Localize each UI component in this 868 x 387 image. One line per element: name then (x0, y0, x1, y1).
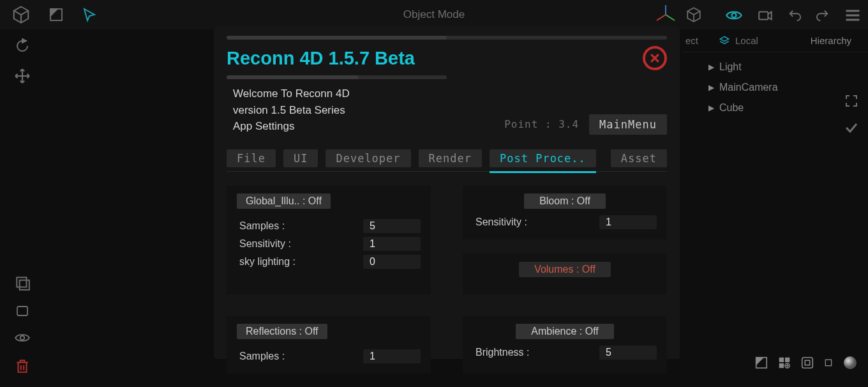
global-illum-toggle[interactable]: Global_Illu.. : Off (237, 194, 331, 209)
tab-file[interactable]: File (227, 149, 276, 167)
welcome-text: Welcome To Reconn 4D version 1.5 Beta Se… (227, 86, 350, 135)
cursor-icon[interactable] (82, 7, 97, 22)
eye-icon[interactable] (14, 330, 31, 346)
svg-rect-10 (20, 280, 29, 290)
tab-local[interactable]: Local (708, 29, 768, 52)
tab-ui[interactable]: UI (283, 149, 318, 167)
svg-rect-16 (779, 358, 784, 362)
cube-icon[interactable] (11, 5, 31, 24)
progress-bar-top (227, 36, 667, 40)
box-icon[interactable] (800, 356, 814, 370)
rectangle-icon[interactable] (15, 303, 30, 318)
small-square-icon[interactable] (823, 358, 834, 368)
gi-samples-label: Samples : (239, 220, 285, 232)
svg-point-4 (732, 13, 737, 18)
amb-brightness-input[interactable] (599, 345, 657, 360)
gi-sensitivity-input[interactable] (363, 237, 421, 251)
camera-icon[interactable] (757, 7, 774, 24)
ambience-toggle[interactable]: Ambience : Off (516, 324, 614, 339)
reflections-toggle[interactable]: Reflections : Off (237, 324, 327, 339)
check-icon[interactable] (844, 120, 859, 135)
top-bar: Object Mode (0, 0, 868, 29)
material-icon[interactable] (754, 356, 768, 370)
svg-point-12 (20, 336, 25, 340)
redo-icon[interactable] (816, 8, 830, 22)
tab-asset[interactable]: Asset (611, 149, 667, 167)
panel-reflections: Reflections : Off Samples : (227, 316, 431, 374)
svg-rect-17 (785, 358, 789, 362)
bloom-sensitivity-label: Sensitivity : (475, 216, 527, 228)
refresh-icon[interactable] (15, 38, 30, 54)
tab-hierarchy[interactable]: Hierarchy (800, 29, 868, 52)
refl-samples-input[interactable] (363, 349, 421, 363)
panel-ambience: Ambience : Off Brightness : (463, 316, 667, 374)
settings-dialog: Reconn 4D 1.5.7 Beta Welcome To Reconn 4… (214, 27, 680, 359)
svg-rect-11 (17, 307, 27, 315)
shape-icon[interactable] (49, 7, 64, 22)
svg-rect-18 (779, 363, 784, 368)
visibility-icon[interactable] (725, 6, 743, 24)
hamburger-menu-icon[interactable] (844, 6, 862, 24)
point-label: Point : 3.4 (504, 118, 579, 130)
trash-icon[interactable] (14, 358, 31, 374)
panel-volumes: Volumes : Off (463, 254, 667, 294)
bloom-sensitivity-input[interactable] (599, 215, 657, 229)
svg-rect-22 (802, 358, 813, 368)
grid-add-icon[interactable] (777, 356, 791, 370)
svg-line-3 (657, 15, 666, 20)
gi-sky-input[interactable] (363, 255, 421, 269)
mode-label: Object Mode (403, 8, 465, 21)
hierarchy-item-light[interactable]: ▶Light (708, 61, 868, 73)
panel-global-illumination: Global_Illu.. : Off Samples : Sensitivit… (227, 186, 431, 294)
svg-point-25 (844, 356, 857, 369)
svg-rect-5 (759, 12, 768, 20)
tab-developer[interactable]: Developer (326, 149, 410, 167)
tab-post-processing[interactable]: Post Proce.. (490, 149, 596, 167)
gi-sky-label: sky lighting : (239, 256, 296, 268)
dialog-title: Reconn 4D 1.5.7 Beta (227, 48, 415, 69)
undo-icon[interactable] (788, 8, 802, 22)
bloom-toggle[interactable]: Bloom : Off (524, 194, 606, 209)
refl-samples-label: Samples : (239, 351, 285, 362)
svg-rect-23 (805, 360, 809, 365)
progress-bar-sub (227, 75, 447, 79)
mainmenu-button[interactable]: MainMenu (589, 114, 667, 135)
axis-gizmo-icon[interactable] (655, 4, 677, 26)
view-cube-icon[interactable] (685, 6, 702, 23)
settings-tab-row: File UI Developer Render Post Proce.. As… (227, 146, 667, 172)
hierarchy-list: ▶Light ▶MainCamera ▶Cube (683, 52, 868, 114)
move-icon[interactable] (14, 68, 31, 84)
left-bottom-toolbar (0, 275, 45, 374)
close-button[interactable] (643, 46, 667, 70)
tab-render[interactable]: Render (419, 149, 482, 167)
hierarchy-item-maincamera[interactable]: ▶MainCamera (708, 82, 868, 93)
right-panel: ect Local Hierarchy ▶Light ▶MainCamera ▶… (683, 29, 868, 387)
tab-project[interactable]: ect (683, 29, 708, 52)
sphere-icon[interactable] (842, 355, 858, 370)
amb-brightness-label: Brightness : (475, 347, 529, 358)
fullscreen-icon[interactable] (844, 93, 859, 109)
panel-bloom: Bloom : Off Sensitivity : (463, 186, 667, 239)
gi-samples-input[interactable] (363, 219, 421, 233)
layers-icon[interactable] (14, 275, 31, 291)
svg-line-2 (666, 15, 675, 20)
svg-rect-9 (17, 277, 26, 287)
svg-rect-24 (825, 360, 831, 365)
volumes-toggle[interactable]: Volumes : Off (519, 262, 611, 277)
gi-sensitivity-label: Sensitivity : (239, 238, 291, 250)
